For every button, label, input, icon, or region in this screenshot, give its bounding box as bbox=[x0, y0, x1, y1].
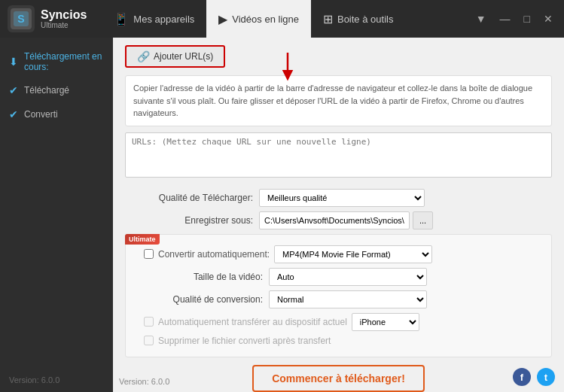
app-name: Syncios Ultimate bbox=[41, 8, 87, 30]
maximize-icon[interactable]: □ bbox=[520, 11, 534, 26]
quality-convert-label: Qualité de conversion: bbox=[135, 294, 263, 305]
url-section bbox=[125, 132, 552, 180]
quality-convert-row: Qualité de conversion: Normal High Low bbox=[135, 290, 542, 308]
save-label: Enregistrer sous: bbox=[125, 215, 253, 226]
quality-control: Meilleurs qualité HD 1080p HD 720p 480p … bbox=[259, 189, 552, 207]
quality-row: Qualité de Télécharger: Meilleurs qualit… bbox=[125, 189, 552, 207]
version-label: Version: 6.0.0 bbox=[9, 375, 59, 384]
ultimate-badge: Ultimate bbox=[125, 234, 160, 245]
sidebar-downloading-label: Téléchargement en cours: bbox=[24, 51, 104, 72]
nav-tabs: 📱 Mes appareils ▶ Vidéos en ligne ⊞ Boit… bbox=[102, 0, 471, 38]
social-icons: f t bbox=[513, 368, 555, 386]
quality-convert-select[interactable]: Normal High Low bbox=[269, 290, 427, 308]
auto-convert-row: Convertir automatiquement: MP4(MP4 Movie… bbox=[144, 245, 542, 263]
link-icon: 🔗 bbox=[137, 50, 150, 62]
quality-convert-control: Normal High Low bbox=[269, 290, 542, 308]
main-layout: ⬇ Téléchargement en cours: ✔ Téléchargé … bbox=[0, 38, 564, 392]
tab-devices-label: Mes appareils bbox=[133, 14, 194, 25]
save-row: Enregistrer sous: ... bbox=[125, 211, 552, 229]
devices-icon: 📱 bbox=[114, 12, 129, 26]
device-select[interactable]: iPhone iPad iPod bbox=[352, 313, 419, 331]
tab-videos-label: Vidéos en ligne bbox=[232, 14, 299, 25]
video-size-label: Taille de la vidéo: bbox=[135, 272, 263, 282]
video-size-control: Auto 1920x1080 1280x720 640x480 bbox=[269, 268, 542, 286]
quality-select[interactable]: Meilleurs qualité HD 1080p HD 720p 480p … bbox=[259, 189, 425, 207]
tab-toolbox-label: Boite à outils bbox=[337, 14, 393, 25]
sidebar-downloaded-label: Téléchargé bbox=[24, 85, 69, 96]
delete-checkbox[interactable] bbox=[144, 336, 154, 345]
dropdown-arrow-icon[interactable]: ▼ bbox=[472, 11, 490, 26]
sidebar: ⬇ Téléchargement en cours: ✔ Téléchargé … bbox=[0, 38, 113, 392]
close-icon[interactable]: ✕ bbox=[540, 11, 556, 26]
transfer-checkbox[interactable] bbox=[144, 317, 154, 327]
videos-icon: ▶ bbox=[218, 12, 227, 26]
svg-text:S: S bbox=[17, 13, 24, 25]
save-control: ... bbox=[259, 211, 552, 229]
video-size-row: Taille de la vidéo: Auto 1920x1080 1280x… bbox=[135, 268, 542, 286]
delete-label: Supprimer le fichier converti après tran… bbox=[158, 336, 331, 346]
content-area: 🔗 Ajouter URL(s) Copier l'adresse de la … bbox=[113, 38, 564, 392]
titlebar: S Syncios Ultimate 📱 Mes appareils ▶ Vid… bbox=[0, 0, 564, 38]
app-subtitle: Ultimate bbox=[41, 21, 87, 29]
instructions-text: Copier l'adresse de la vidéo à partir de… bbox=[125, 75, 552, 126]
sidebar-item-downloading[interactable]: ⬇ Téléchargement en cours: bbox=[0, 45, 113, 78]
instructions-content: Copier l'adresse de la vidéo à partir de… bbox=[133, 84, 532, 117]
app-title: Syncios bbox=[41, 8, 87, 22]
action-bar: 🔗 Ajouter URL(s) bbox=[125, 45, 552, 68]
version-sidebar: Version: 6.0.0 bbox=[0, 368, 113, 392]
window-controls: ▼ — □ ✕ bbox=[472, 11, 556, 26]
quality-label: Qualité de Télécharger: bbox=[125, 193, 253, 203]
facebook-icon[interactable]: f bbox=[513, 368, 531, 386]
sidebar-converted-label: Converti bbox=[24, 109, 58, 120]
delete-row: Supprimer le fichier converti après tran… bbox=[144, 336, 542, 346]
url-textarea[interactable] bbox=[125, 132, 552, 178]
toolbox-icon: ⊞ bbox=[323, 12, 333, 26]
video-size-select[interactable]: Auto 1920x1080 1280x720 640x480 bbox=[269, 268, 427, 286]
convert-format-select[interactable]: MP4(MP4 Movie File Format) AVI MKV MOV bbox=[274, 245, 432, 263]
sidebar-item-converted[interactable]: ✔ Converti bbox=[0, 102, 113, 126]
start-download-button[interactable]: Commencer à télécharger! bbox=[252, 365, 425, 392]
add-url-label: Ajouter URL(s) bbox=[154, 51, 213, 62]
checkmark-converted-icon: ✔ bbox=[9, 108, 18, 120]
twitter-icon[interactable]: t bbox=[537, 368, 555, 386]
version-text: Version: 6.0.0 bbox=[119, 377, 169, 386]
tab-toolbox[interactable]: ⊞ Boite à outils bbox=[311, 0, 405, 38]
convert-section: Ultimate Convertir automatiquement: MP4(… bbox=[125, 234, 552, 357]
checkmark-downloaded-icon: ✔ bbox=[9, 84, 18, 96]
download-icon: ⬇ bbox=[9, 56, 18, 68]
app-logo: S bbox=[8, 5, 35, 32]
minimize-icon[interactable]: — bbox=[496, 11, 514, 26]
save-path-input[interactable] bbox=[259, 211, 410, 229]
transfer-row: Automatiquement transférer au dispositif… bbox=[144, 313, 542, 331]
add-url-button[interactable]: 🔗 Ajouter URL(s) bbox=[125, 45, 225, 68]
transfer-label: Automatiquement transférer au dispositif… bbox=[158, 317, 347, 327]
sidebar-item-downloaded[interactable]: ✔ Téléchargé bbox=[0, 78, 113, 102]
auto-convert-checkbox[interactable] bbox=[144, 249, 154, 259]
auto-convert-label: Convertir automatiquement: bbox=[158, 249, 270, 260]
browse-button[interactable]: ... bbox=[413, 211, 433, 229]
tab-devices[interactable]: 📱 Mes appareils bbox=[102, 0, 206, 38]
tab-videos[interactable]: ▶ Vidéos en ligne bbox=[206, 0, 311, 38]
